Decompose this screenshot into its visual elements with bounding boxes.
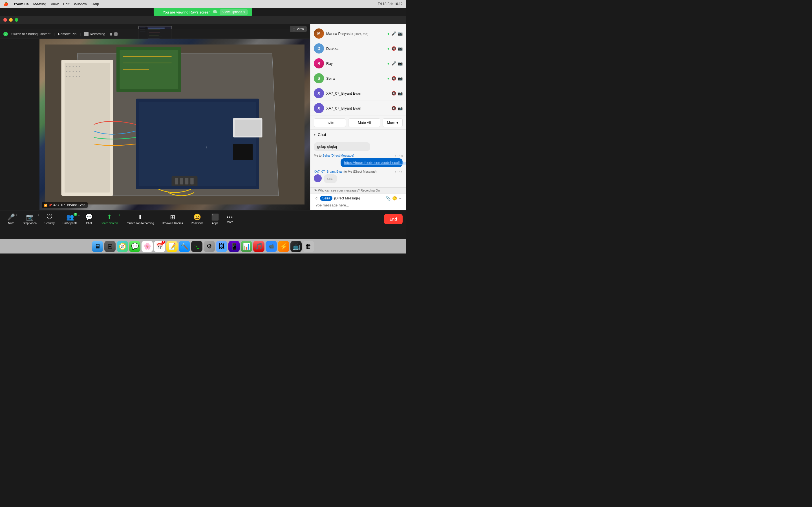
music-icon: 🎵 <box>255 243 263 250</box>
dock-finder[interactable]: 🖥 <box>92 241 103 252</box>
proxyman-icon: ⚡ <box>280 243 288 250</box>
chat-input-icons: 📎 🙂 ⋯ <box>386 196 403 201</box>
dock-simulator[interactable]: 📱 <box>229 241 240 252</box>
chat-bubble-uda: uda <box>324 174 337 183</box>
toolbar-more[interactable]: ••• More <box>223 214 237 225</box>
mic-icon: 🎤 <box>7 214 15 221</box>
toolbar-mute[interactable]: 🎤 ▴ Mute <box>3 212 19 226</box>
chat-bubble-wrapper: https://hourofcode.com/codehscollision <box>314 158 403 167</box>
toolbar-reactions[interactable]: 😀 Reactions <box>187 212 207 226</box>
minimize-button[interactable] <box>9 18 13 22</box>
recording-indicator: Recording... ⏸ <box>84 32 117 36</box>
dock-messages[interactable]: 💬 <box>129 241 140 252</box>
right-panel: ▾ Participants (6) M Marisa Paryasto (Ho… <box>310 16 406 210</box>
invite-button[interactable]: Invite <box>314 118 346 127</box>
toolbar-share-screen[interactable]: ⬆ ▴ Share Screen <box>97 212 122 226</box>
chevron-icon: ▴ <box>16 214 17 216</box>
chat-input[interactable] <box>314 203 403 208</box>
svg-rect-19 <box>73 66 73 67</box>
end-button[interactable]: End <box>384 214 403 224</box>
toolbar-chat[interactable]: 💬 Chat <box>81 212 97 226</box>
mic-muted-icon: 🔇 <box>391 91 396 96</box>
camera-icon: 📷 <box>26 214 34 221</box>
view-options-button[interactable]: View Options ▾ <box>220 9 248 15</box>
pin-icon: 📌 <box>49 204 52 207</box>
toolbar-breakout[interactable]: ⊞ Breakout Rooms <box>158 212 187 226</box>
toolbar-apps[interactable]: ⬛ Apps <box>207 212 223 226</box>
cloud-icon <box>213 10 217 14</box>
avatar: R <box>314 58 324 68</box>
chat-emoji-button[interactable]: 🙂 <box>392 196 397 201</box>
mic-muted-icon: 🔇 <box>391 106 396 110</box>
menu-meeting[interactable]: Meeting <box>33 2 46 6</box>
remove-pin-button[interactable]: Remove Pin <box>58 32 77 36</box>
apple-menu[interactable]: 🍎 <box>3 2 8 6</box>
menu-view[interactable]: View <box>51 2 59 6</box>
mute-all-button[interactable]: Mute All <box>348 118 380 127</box>
dock-proxyman[interactable]: ⚡ <box>278 241 289 252</box>
participants-more-button[interactable]: More ▾ <box>383 118 403 127</box>
menu-window[interactable]: Window <box>74 2 87 6</box>
toolbar-items: 🎤 ▴ Mute 📷 ▴ Stop Video 🛡 Security 👥 ▴ 6… <box>3 212 384 226</box>
toolbar-participants[interactable]: 👥 ▴ 6 Participants <box>59 212 81 226</box>
chat-link[interactable]: https://hourofcode.com/codehscollision <box>344 161 406 165</box>
pause-icon[interactable]: ⏸ <box>109 32 113 36</box>
avatar: S <box>314 73 324 83</box>
cam-off-icon: 📷 <box>398 106 403 110</box>
chat-message: gelap qkqkq <box>314 142 403 151</box>
chat-attach-button[interactable]: 📎 <box>386 196 391 201</box>
video-area: ✓ Switch to Sharing Content | Remove Pin… <box>0 16 310 210</box>
chat-to-badge[interactable]: Seira <box>320 196 333 201</box>
toolbar-stop-video[interactable]: 📷 ▴ Stop Video <box>19 212 41 226</box>
chat-chevron-icon[interactable]: ▾ <box>314 133 315 136</box>
menu-edit[interactable]: Edit <box>63 2 69 6</box>
toolbar-pause-recording[interactable]: ⏸ Pause/Stop Recording <box>122 212 158 226</box>
toolbar-participants-label: Participants <box>63 222 77 225</box>
menubar-time: Fri 18 Feb 16.12 <box>378 2 403 6</box>
chat-sender-recv: XA7_07_Bryant Evan to Me (Direct Message… <box>314 170 377 173</box>
video-content: › <box>40 39 310 210</box>
svg-rect-43 <box>175 178 178 184</box>
traffic-lights <box>3 18 18 22</box>
messages-icon: 💬 <box>131 243 139 250</box>
dock-launchpad[interactable]: ⊞ <box>104 241 116 252</box>
app-window: You are viewing Ray's screen View Option… <box>0 8 406 239</box>
chat-timestamp: 16.10 <box>395 154 403 158</box>
dock-terminal[interactable]: >_ <box>191 241 202 252</box>
dock-system-preferences[interactable]: ⚙ <box>204 241 215 252</box>
dock-photos[interactable]: 🌸 <box>142 241 153 252</box>
avatar: M <box>314 29 324 39</box>
system-prefs-icon: ⚙ <box>206 243 212 250</box>
chevron-icon: ▴ <box>79 214 80 216</box>
menu-help[interactable]: Help <box>92 2 99 6</box>
dock-screenium[interactable]: 📺 <box>290 241 302 252</box>
preview-icon: 🖼 <box>218 243 225 250</box>
participant-row: M Marisa Paryasto (Host, me) ● 🎤 📷 <box>310 26 406 41</box>
chat-more-button[interactable]: ⋯ <box>399 196 403 201</box>
dock-zoom[interactable]: 📹 <box>266 241 277 252</box>
dock-safari[interactable]: 🧭 <box>117 241 128 252</box>
pause-icon: ⏸ <box>137 214 143 221</box>
dock-activity-monitor[interactable]: 📊 <box>241 241 252 252</box>
dock-xcode[interactable]: 🔨 <box>179 241 190 252</box>
chat-messages: gelap qkqkq Me to Seira (Direct Message)… <box>310 140 406 187</box>
close-button[interactable] <box>3 18 7 22</box>
maximize-button[interactable] <box>15 18 18 22</box>
participant-overlay: 📶 📌 XA7_07_Bryant Evan <box>42 202 88 208</box>
cam-icon: 📷 <box>398 61 403 66</box>
app-name: zoom.us <box>14 2 29 6</box>
switch-text[interactable]: Switch to Sharing Content <box>11 32 50 36</box>
toolbar-security[interactable]: 🛡 Security <box>41 212 59 226</box>
dock-music[interactable]: 🎵 <box>253 241 264 252</box>
activity-monitor-icon: 📊 <box>243 243 250 250</box>
stop-icon[interactable] <box>114 33 117 36</box>
dock-trash[interactable]: 🗑 <box>303 241 314 252</box>
dock-preview[interactable]: 🖼 <box>216 241 227 252</box>
chat-sender: Me to Seira (Direct Message) <box>314 154 354 157</box>
dock-calendar[interactable]: 📅 5 <box>154 241 165 252</box>
green-dot-icon: ● <box>388 31 390 36</box>
dock-notes[interactable]: 📝 <box>166 241 177 252</box>
view-button[interactable]: ⊞ View <box>290 26 307 32</box>
share-screen-icon: ⬆ <box>107 214 112 221</box>
participant-icons: 🔇 📷 <box>391 91 403 96</box>
